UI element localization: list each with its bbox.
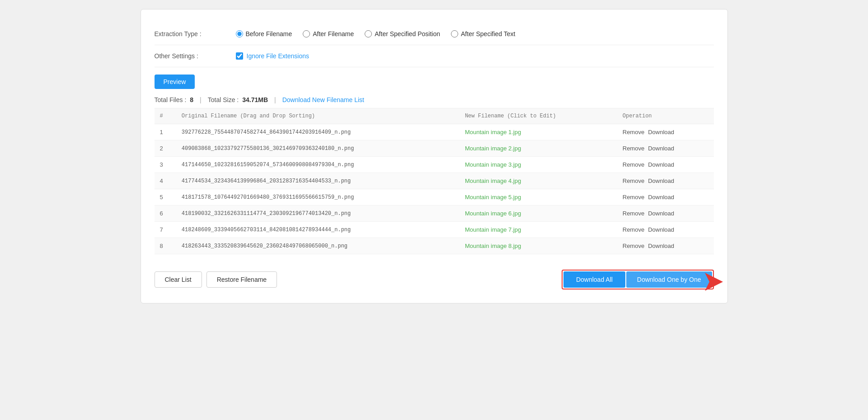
- extraction-type-options: Before Filename After Filename After Spe…: [236, 30, 516, 37]
- arrow-indicator: [705, 273, 723, 294]
- remove-button[interactable]: Remove: [623, 210, 644, 217]
- restore-filename-button[interactable]: Restore Filename: [206, 271, 277, 288]
- row-operation: RemoveDownload: [617, 238, 714, 254]
- radio-after-specified-position[interactable]: After Specified Position: [365, 30, 440, 37]
- remove-button[interactable]: Remove: [623, 243, 644, 249]
- remove-button[interactable]: Remove: [623, 129, 644, 135]
- row-download-button[interactable]: Download: [648, 210, 674, 217]
- table-header-row: # Original Filename (Drag and Drop Sorti…: [155, 108, 714, 124]
- table-row: 4417744534_3234364139996864_203128371635…: [155, 173, 714, 189]
- row-original-filename: 392776228_7554487074582744_8643901744203…: [176, 124, 460, 140]
- radio-before-filename-label: Before Filename: [246, 30, 292, 37]
- row-operation: RemoveDownload: [617, 189, 714, 205]
- remove-button[interactable]: Remove: [623, 145, 644, 152]
- row-original-filename: 418171578_10764492701669480_376931169556…: [176, 189, 460, 205]
- table-row: 5418171578_10764492701669480_37693116955…: [155, 189, 714, 205]
- table-row: 1392776228_7554487074582744_864390174420…: [155, 124, 714, 140]
- row-new-filename[interactable]: Mountain image 2.jpg: [460, 140, 617, 157]
- left-buttons: Clear List Restore Filename: [155, 271, 277, 288]
- row-operation: RemoveDownload: [617, 205, 714, 222]
- row-num: 7: [155, 222, 176, 238]
- row-operation: RemoveDownload: [617, 157, 714, 173]
- remove-button[interactable]: Remove: [623, 161, 644, 168]
- col-header-operation: Operation: [617, 108, 714, 124]
- row-new-filename[interactable]: Mountain image 4.jpg: [460, 173, 617, 189]
- row-original-filename: 418190032_3321626331114774_2303092196774…: [176, 205, 460, 222]
- table-row: 7418248609_3339405662703114_842081081427…: [155, 222, 714, 238]
- main-container: Extraction Type : Before Filename After …: [141, 9, 728, 303]
- row-download-button[interactable]: Download: [648, 145, 674, 152]
- row-new-filename[interactable]: Mountain image 3.jpg: [460, 157, 617, 173]
- row-num: 1: [155, 124, 176, 140]
- radio-after-filename[interactable]: After Filename: [303, 30, 354, 37]
- ignore-extensions-checkbox[interactable]: Ignore File Extensions: [236, 52, 310, 60]
- row-original-filename: 417744534_3234364139996864_2031283716354…: [176, 173, 460, 189]
- col-header-new: New Filename (Click to Edit): [460, 108, 617, 124]
- col-header-original: Original Filename (Drag and Drop Sorting…: [176, 108, 460, 124]
- remove-button[interactable]: Remove: [623, 226, 644, 233]
- clear-list-button[interactable]: Clear List: [155, 271, 202, 288]
- table-row: 8418263443_333520839645620_2360248497068…: [155, 238, 714, 254]
- remove-button[interactable]: Remove: [623, 177, 644, 184]
- right-buttons: Download All Download One by One: [562, 270, 714, 289]
- total-size-label: Total Size :: [208, 96, 239, 103]
- row-new-filename[interactable]: Mountain image 1.jpg: [460, 124, 617, 140]
- row-num: 8: [155, 238, 176, 254]
- table-row: 3417144650_10232816159052074_57346009080…: [155, 157, 714, 173]
- row-original-filename: 418263443_333520839645620_23602484970680…: [176, 238, 460, 254]
- row-new-filename[interactable]: Mountain image 6.jpg: [460, 205, 617, 222]
- row-download-button[interactable]: Download: [648, 194, 674, 201]
- preview-button[interactable]: Preview: [155, 75, 195, 89]
- row-num: 3: [155, 157, 176, 173]
- download-one-by-one-button[interactable]: Download One by One: [626, 271, 712, 288]
- download-filename-list-link[interactable]: Download New Filename List: [282, 96, 364, 103]
- row-new-filename[interactable]: Mountain image 8.jpg: [460, 238, 617, 254]
- row-num: 6: [155, 205, 176, 222]
- table-row: 2409083868_10233792775580136_30214697093…: [155, 140, 714, 157]
- radio-before-filename[interactable]: Before Filename: [236, 30, 292, 37]
- download-all-button[interactable]: Download All: [563, 271, 625, 288]
- row-operation: RemoveDownload: [617, 222, 714, 238]
- total-size-value: 34.71MB: [242, 96, 268, 103]
- extraction-type-label: Extraction Type :: [155, 30, 236, 37]
- total-files-value: 8: [190, 96, 193, 103]
- remove-button[interactable]: Remove: [623, 194, 644, 201]
- extraction-type-row: Extraction Type : Before Filename After …: [155, 23, 714, 45]
- row-original-filename: 418248609_3339405662703114_8420810814278…: [176, 222, 460, 238]
- row-new-filename[interactable]: Mountain image 7.jpg: [460, 222, 617, 238]
- row-download-button[interactable]: Download: [648, 129, 674, 135]
- row-new-filename[interactable]: Mountain image 5.jpg: [460, 189, 617, 205]
- row-original-filename: 409083868_10233792775580136_302146970936…: [176, 140, 460, 157]
- row-download-button[interactable]: Download: [648, 177, 674, 184]
- other-settings-label: Other Settings :: [155, 52, 236, 60]
- stats-row: Total Files : 8 | Total Size : 34.71MB |…: [155, 89, 714, 108]
- bottom-bar: Clear List Restore Filename Download All…: [155, 259, 714, 289]
- total-files-label: Total Files :: [155, 96, 187, 103]
- table-row: 6418190032_3321626331114774_230309219677…: [155, 205, 714, 222]
- radio-after-specified-text[interactable]: After Specified Text: [451, 30, 515, 37]
- files-table: # Original Filename (Drag and Drop Sorti…: [155, 108, 714, 254]
- row-operation: RemoveDownload: [617, 124, 714, 140]
- row-download-button[interactable]: Download: [648, 161, 674, 168]
- radio-after-specified-position-label: After Specified Position: [375, 30, 440, 37]
- row-num: 5: [155, 189, 176, 205]
- radio-after-specified-text-label: After Specified Text: [461, 30, 515, 37]
- row-num: 4: [155, 173, 176, 189]
- col-header-num: #: [155, 108, 176, 124]
- row-original-filename: 417144650_10232816159052074_573460090808…: [176, 157, 460, 173]
- radio-after-filename-label: After Filename: [313, 30, 354, 37]
- other-settings-row: Other Settings : Ignore File Extensions: [155, 45, 714, 67]
- row-num: 2: [155, 140, 176, 157]
- row-download-button[interactable]: Download: [648, 243, 674, 249]
- row-download-button[interactable]: Download: [648, 226, 674, 233]
- row-operation: RemoveDownload: [617, 140, 714, 157]
- svg-marker-0: [705, 273, 723, 291]
- row-operation: RemoveDownload: [617, 173, 714, 189]
- ignore-extensions-label: Ignore File Extensions: [247, 52, 310, 60]
